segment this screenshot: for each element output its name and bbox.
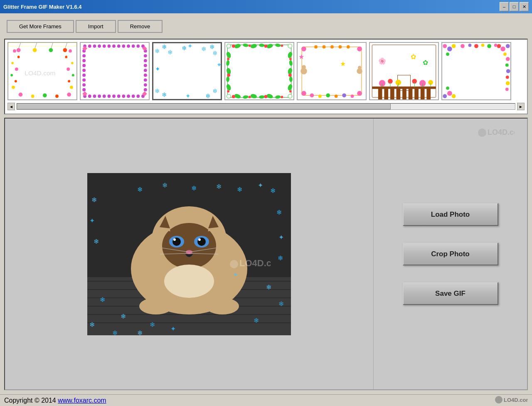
svg-point-206	[481, 44, 485, 47]
svg-point-24	[33, 48, 37, 52]
svg-point-203	[461, 44, 465, 48]
right-panel: LO4D.com Load Photo Crop Photo Save GIF	[373, 119, 527, 389]
import-button[interactable]: Import	[76, 20, 116, 33]
svg-point-65	[82, 88, 86, 92]
frame-thumb-1[interactable]: LO4D.com	[7, 42, 77, 100]
svg-point-6	[10, 74, 13, 77]
svg-text:✦: ✦	[217, 61, 221, 68]
svg-point-28	[63, 48, 67, 52]
svg-point-4	[11, 62, 14, 64]
svg-point-62	[82, 74, 86, 77]
frame-thumb-4[interactable]	[224, 42, 294, 100]
frame-thumb-3[interactable]: ❄ ❄ ❄ ❄ ❄ ❄ ❄ ❄ ❄ ❄ ❄ ✦ ✦	[152, 42, 222, 100]
svg-rect-165	[397, 87, 401, 99]
svg-point-61	[82, 69, 86, 72]
cat-photo: LO4D.com ❄ ❄ ❄ ❄ ❄ ✦	[87, 173, 291, 335]
svg-point-42	[136, 45, 140, 48]
svg-point-47	[98, 94, 101, 98]
svg-text:❄: ❄	[182, 45, 187, 52]
svg-point-58	[82, 54, 86, 57]
svg-point-10	[65, 56, 67, 58]
svg-text:❄: ❄	[155, 47, 160, 54]
frames-scrollbar: ◄ ►	[7, 102, 525, 111]
svg-text:✦: ✦	[185, 92, 191, 99]
panel-watermark: LO4D.com	[477, 127, 515, 139]
svg-point-128	[289, 90, 292, 93]
svg-point-9	[69, 50, 72, 53]
frame-thumb-6[interactable]: 🌸 ✿ ✿	[369, 42, 439, 100]
svg-point-5	[15, 67, 18, 71]
frame-thumb-7[interactable]	[441, 42, 511, 100]
scroll-right-arrow[interactable]: ►	[517, 103, 525, 110]
load-photo-button[interactable]: Load Photo	[403, 203, 498, 226]
svg-point-198	[505, 88, 509, 91]
workspace: LO4D.com ❄ ❄ ❄ ❄ ❄ ✦	[4, 118, 528, 390]
svg-text:✿: ✿	[423, 59, 428, 66]
svg-point-147	[357, 47, 362, 52]
get-more-frames-button[interactable]: Get More Frames	[7, 20, 74, 33]
svg-text:✦: ✦	[155, 65, 160, 72]
svg-point-194	[505, 64, 509, 67]
save-gif-button[interactable]: Save GIF	[403, 282, 498, 305]
svg-rect-164	[390, 87, 394, 99]
svg-text:LO4D.com: LO4D.com	[488, 128, 515, 136]
svg-point-63	[82, 78, 86, 82]
svg-point-126	[289, 58, 292, 60]
svg-point-120	[249, 45, 251, 47]
svg-point-52	[122, 94, 125, 98]
footer-link[interactable]: www.foxarc.com	[58, 397, 106, 404]
svg-point-45	[88, 94, 91, 98]
svg-point-125	[227, 90, 229, 93]
svg-rect-188	[442, 43, 510, 99]
scroll-thumb[interactable]	[17, 104, 391, 109]
svg-point-132	[281, 96, 283, 98]
svg-point-242	[230, 260, 238, 268]
svg-text:✿: ✿	[411, 53, 416, 60]
svg-point-201	[452, 44, 456, 48]
svg-text:❄: ❄	[162, 91, 167, 98]
svg-point-211	[452, 94, 456, 98]
svg-point-55	[136, 94, 140, 98]
svg-point-152	[326, 93, 330, 97]
svg-point-153	[335, 94, 338, 98]
svg-point-197	[506, 81, 510, 85]
scroll-track[interactable]	[17, 103, 515, 110]
svg-point-119	[232, 45, 235, 48]
svg-text:❄: ❄	[201, 45, 207, 52]
svg-point-12	[66, 67, 70, 71]
frame-thumb-5[interactable]: ★ ★	[297, 42, 367, 100]
scroll-left-arrow[interactable]: ◄	[7, 103, 15, 110]
photo-watermark: LO4D.com	[229, 258, 271, 270]
svg-text:LO4D.com: LO4D.com	[25, 69, 55, 77]
svg-point-150	[310, 93, 314, 97]
svg-point-22	[17, 48, 21, 52]
svg-point-195	[506, 69, 510, 73]
svg-point-189	[500, 47, 505, 52]
frame-thumb-2[interactable]	[80, 42, 150, 100]
svg-point-154	[342, 93, 346, 97]
svg-point-35	[103, 45, 106, 48]
svg-point-74	[144, 88, 147, 92]
svg-point-40	[127, 45, 130, 48]
svg-point-18	[43, 93, 47, 97]
svg-point-50	[112, 94, 116, 98]
remove-button[interactable]: Remove	[118, 20, 163, 33]
title-bar: Glitter Frame GIF Maker V1.6.4 – □ ✕	[0, 0, 532, 13]
app-title: Glitter Frame GIF Maker V1.6.4	[3, 4, 82, 10]
svg-point-13	[72, 74, 74, 77]
svg-point-193	[506, 57, 510, 61]
close-button[interactable]: ✕	[520, 2, 529, 11]
minimize-button[interactable]: –	[500, 2, 509, 11]
svg-rect-137	[298, 43, 365, 99]
svg-point-68	[144, 59, 147, 62]
svg-text:★: ★	[340, 60, 346, 67]
svg-point-11	[71, 62, 74, 64]
svg-point-16	[19, 92, 23, 97]
svg-point-208	[494, 44, 498, 47]
crop-photo-button[interactable]: Crop Photo	[403, 243, 498, 265]
svg-point-223	[162, 223, 216, 269]
svg-rect-30	[81, 43, 148, 99]
svg-rect-163	[384, 87, 388, 99]
svg-point-146	[301, 47, 306, 52]
maximize-button[interactable]: □	[510, 2, 519, 11]
